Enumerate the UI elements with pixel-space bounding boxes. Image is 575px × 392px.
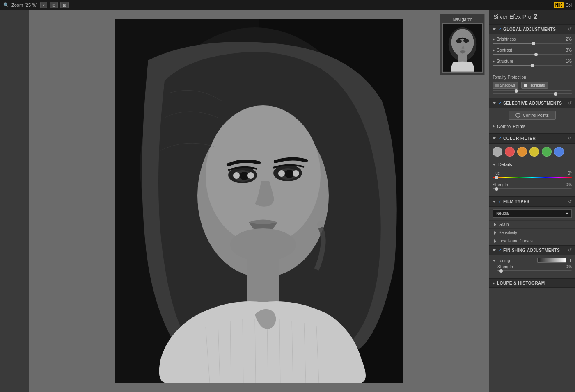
highlights-btn[interactable]: Highlights [521, 82, 548, 89]
navigator-thumbnail [442, 23, 483, 73]
color-filter-reset-icon[interactable]: ↺ [568, 136, 572, 141]
top-bar-right: NIK Col [554, 2, 572, 8]
cp-section-arrow [493, 125, 495, 128]
zoom-dropdown-btn[interactable]: ▾ [40, 2, 47, 8]
strength-track[interactable] [493, 188, 572, 189]
zoom-label: Zoom (25 %) [11, 2, 38, 7]
grain-arrow [494, 223, 496, 226]
film-types-reset-icon[interactable]: ↺ [568, 199, 572, 204]
swatch-green[interactable] [542, 147, 552, 157]
contrast-label[interactable]: Contrast [493, 48, 512, 52]
brightness-fill [493, 43, 534, 44]
toning-label[interactable]: Toning [493, 258, 510, 263]
film-selected-label: Neutral [496, 211, 509, 216]
canvas-area: Navigator [29, 10, 489, 392]
selective-collapse-arrow [493, 102, 496, 104]
global-section-title: GLOBAL ADJUSTMENTS [503, 27, 556, 32]
loupe-histogram-header[interactable]: LOUPE & HISTOGRAM [489, 278, 575, 288]
svg-point-11 [233, 172, 240, 179]
nik-badge: NIK [554, 2, 564, 8]
toning-value-group: 1 [537, 258, 572, 263]
grain-item[interactable]: Grain [489, 220, 575, 228]
strength-thumb[interactable] [495, 187, 498, 191]
app-header: Silver Efex Pro 2 [489, 10, 575, 24]
loupe-section-title: LOUPE & HISTOGRAM [497, 281, 545, 285]
toning-strength-row: Strength 0% [493, 264, 572, 271]
toning-value: 1 [569, 258, 572, 263]
finishing-collapse-arrow [493, 249, 496, 251]
swatch-red[interactable] [505, 147, 515, 157]
shadow-dot [495, 84, 499, 87]
levels-curves-item[interactable]: Levels and Curves [489, 237, 575, 245]
swatch-gray[interactable] [493, 147, 502, 157]
structure-thumb[interactable] [531, 64, 534, 67]
global-adjustments-content: Brightness 2% Contrast 3% [489, 34, 575, 73]
toning-strength-label-row: Strength 0% [497, 264, 572, 269]
swatch-orange[interactable] [517, 147, 527, 157]
shadows-btn[interactable]: Shadows [493, 82, 518, 89]
finishing-header-left: ✓ FINISHING ADJUSTMENTS [493, 248, 560, 253]
color-filter-check-icon: ✓ [498, 136, 502, 141]
details-arrow [493, 164, 496, 166]
finishing-check-icon: ✓ [498, 248, 502, 253]
finishing-header[interactable]: ✓ FINISHING ADJUSTMENTS ↺ [489, 245, 575, 255]
control-points-btn[interactable]: Control Points [509, 111, 556, 120]
contrast-track[interactable] [493, 54, 572, 55]
brightness-row: Brightness 2% [493, 37, 572, 44]
hue-label-row: Hue 0° [493, 171, 572, 175]
contrast-row: Contrast 3% [493, 48, 572, 55]
tonality-shadows-thumb[interactable] [515, 89, 518, 93]
color-filter-title: COLOR FILTER [503, 136, 536, 141]
hue-thumb[interactable] [495, 176, 498, 179]
selective-header-left: ✓ SELECTIVE ADJUSTMENTS [493, 101, 562, 105]
film-types-header[interactable]: ✓ FILM TYPES ↺ [489, 196, 575, 207]
contrast-fill [493, 54, 536, 55]
contrast-thumb[interactable] [534, 53, 538, 56]
structure-track[interactable] [493, 65, 572, 66]
sensitivity-item[interactable]: Sensitivity [489, 228, 575, 237]
selective-reset-icon[interactable]: ↺ [568, 100, 572, 106]
hue-track[interactable] [493, 177, 572, 178]
toning-strength-track[interactable] [497, 270, 572, 271]
control-points-row: Control Points [493, 111, 572, 120]
control-points-section-row[interactable]: Control Points [493, 122, 572, 130]
structure-label[interactable]: Structure [493, 59, 513, 64]
details-title: Details [498, 162, 512, 167]
svg-point-14 [293, 170, 299, 177]
toning-row: Toning 1 Strength 0% [489, 255, 575, 278]
structure-row: Structure 1% [493, 59, 572, 66]
levels-curves-arrow [494, 239, 496, 243]
color-filter-header[interactable]: ✓ COLOR FILTER ↺ [489, 133, 575, 144]
brightness-thumb[interactable] [532, 42, 535, 45]
film-dropdown-arrow: ▾ [566, 211, 568, 216]
tonality-highlights-thumb[interactable] [554, 92, 557, 96]
finishing-reset-icon[interactable]: ↺ [568, 248, 572, 253]
contrast-label-row: Contrast 3% [493, 48, 572, 52]
toning-label-row: Toning 1 [493, 258, 572, 263]
brightness-track[interactable] [493, 43, 572, 44]
navigator-title: Navigator [442, 17, 482, 22]
tonality-slider-track[interactable] [493, 90, 572, 91]
details-header[interactable]: Details [489, 160, 575, 169]
structure-label-row: Structure 1% [493, 59, 572, 64]
loupe-collapse-arrow [493, 282, 495, 285]
finishing-section-title: FINISHING ADJUSTMENTS [503, 248, 560, 253]
swatch-blue[interactable] [554, 147, 564, 157]
cp-circle-icon [515, 113, 520, 118]
zoom-100-btn[interactable]: ⊞ [60, 2, 69, 8]
swatch-yellow[interactable] [529, 147, 539, 157]
brightness-label[interactable]: Brightness [493, 37, 516, 41]
global-reset-icon[interactable]: ↺ [568, 27, 572, 32]
global-collapse-arrow [493, 28, 496, 30]
global-check-icon: ✓ [498, 27, 502, 32]
toning-arrow [493, 260, 496, 262]
col-label: Col [566, 3, 572, 7]
selective-adjustments-header[interactable]: ✓ SELECTIVE ADJUSTMENTS ↺ [489, 98, 575, 108]
global-adjustments-header[interactable]: ✓ GLOBAL ADJUSTMENTS ↺ [489, 24, 575, 34]
left-panel [0, 10, 29, 392]
film-select-btn[interactable]: Neutral ▾ [493, 209, 572, 218]
tonality-highlights-track[interactable] [493, 93, 572, 94]
toning-strength-thumb[interactable] [499, 269, 503, 273]
zoom-fit-btn[interactable]: ⊡ [50, 2, 58, 8]
section-header-left: ✓ GLOBAL ADJUSTMENTS [493, 27, 556, 32]
